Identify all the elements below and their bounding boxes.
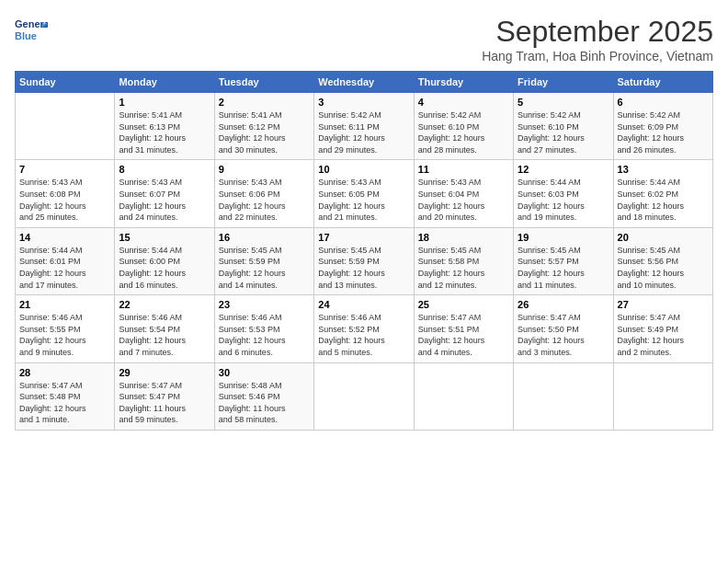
day-number: 8 <box>119 164 210 175</box>
calendar-cell: 18Sunrise: 5:45 AM Sunset: 5:58 PM Dayli… <box>414 227 513 294</box>
title-section: September 2025 Hang Tram, Hoa Binh Provi… <box>482 15 713 63</box>
day-number: 19 <box>518 232 609 243</box>
day-number: 13 <box>618 164 709 175</box>
calendar-cell: 10Sunrise: 5:43 AM Sunset: 6:05 PM Dayli… <box>314 160 414 227</box>
day-info: Sunrise: 5:42 AM Sunset: 6:11 PM Dayligh… <box>318 109 409 155</box>
calendar-cell: 15Sunrise: 5:44 AM Sunset: 6:00 PM Dayli… <box>115 227 214 294</box>
day-info: Sunrise: 5:47 AM Sunset: 5:50 PM Dayligh… <box>518 312 609 358</box>
day-info: Sunrise: 5:46 AM Sunset: 5:52 PM Dayligh… <box>318 312 409 358</box>
day-number: 20 <box>618 232 709 243</box>
day-number: 16 <box>219 232 310 243</box>
day-info: Sunrise: 5:41 AM Sunset: 6:13 PM Dayligh… <box>119 109 210 155</box>
day-info: Sunrise: 5:43 AM Sunset: 6:08 PM Dayligh… <box>19 177 110 223</box>
calendar-cell: 14Sunrise: 5:44 AM Sunset: 6:01 PM Dayli… <box>16 227 115 294</box>
day-info: Sunrise: 5:47 AM Sunset: 5:48 PM Dayligh… <box>19 380 110 426</box>
day-info: Sunrise: 5:42 AM Sunset: 6:10 PM Dayligh… <box>518 109 609 155</box>
day-number: 1 <box>119 97 210 108</box>
calendar-cell <box>414 362 513 430</box>
day-number: 25 <box>418 299 509 310</box>
month-title: September 2025 <box>482 15 713 49</box>
day-info: Sunrise: 5:44 AM Sunset: 6:01 PM Dayligh… <box>19 245 110 291</box>
calendar-cell: 26Sunrise: 5:47 AM Sunset: 5:50 PM Dayli… <box>514 295 613 362</box>
header: General Blue September 2025 Hang Tram, H… <box>15 15 713 63</box>
calendar-cell: 17Sunrise: 5:45 AM Sunset: 5:59 PM Dayli… <box>314 227 414 294</box>
day-info: Sunrise: 5:43 AM Sunset: 6:07 PM Dayligh… <box>119 177 210 223</box>
calendar-cell: 8Sunrise: 5:43 AM Sunset: 6:07 PM Daylig… <box>115 160 214 227</box>
logo: General Blue <box>15 15 48 42</box>
day-number: 21 <box>19 299 110 310</box>
calendar-cell: 11Sunrise: 5:43 AM Sunset: 6:04 PM Dayli… <box>414 160 513 227</box>
day-info: Sunrise: 5:46 AM Sunset: 5:54 PM Dayligh… <box>119 312 210 358</box>
day-number: 29 <box>119 367 210 378</box>
calendar-cell: 27Sunrise: 5:47 AM Sunset: 5:49 PM Dayli… <box>613 295 712 362</box>
day-info: Sunrise: 5:45 AM Sunset: 5:59 PM Dayligh… <box>318 245 409 291</box>
day-number: 17 <box>318 232 409 243</box>
day-info: Sunrise: 5:45 AM Sunset: 5:57 PM Dayligh… <box>518 245 609 291</box>
calendar-cell: 9Sunrise: 5:43 AM Sunset: 6:06 PM Daylig… <box>214 160 313 227</box>
calendar-cell: 4Sunrise: 5:42 AM Sunset: 6:10 PM Daylig… <box>414 93 513 160</box>
day-info: Sunrise: 5:43 AM Sunset: 6:04 PM Dayligh… <box>418 177 509 223</box>
calendar-cell: 30Sunrise: 5:48 AM Sunset: 5:46 PM Dayli… <box>214 362 313 430</box>
calendar-cell: 28Sunrise: 5:47 AM Sunset: 5:48 PM Dayli… <box>16 362 115 430</box>
calendar-cell: 16Sunrise: 5:45 AM Sunset: 5:59 PM Dayli… <box>214 227 313 294</box>
day-info: Sunrise: 5:44 AM Sunset: 6:03 PM Dayligh… <box>518 177 609 223</box>
day-info: Sunrise: 5:44 AM Sunset: 6:02 PM Dayligh… <box>618 177 709 223</box>
calendar-cell: 12Sunrise: 5:44 AM Sunset: 6:03 PM Dayli… <box>514 160 613 227</box>
calendar-cell: 23Sunrise: 5:46 AM Sunset: 5:53 PM Dayli… <box>214 295 313 362</box>
calendar-cell: 13Sunrise: 5:44 AM Sunset: 6:02 PM Dayli… <box>613 160 712 227</box>
weekday-header-saturday: Saturday <box>613 72 712 93</box>
day-info: Sunrise: 5:47 AM Sunset: 5:49 PM Dayligh… <box>618 312 709 358</box>
calendar-cell: 25Sunrise: 5:47 AM Sunset: 5:51 PM Dayli… <box>414 295 513 362</box>
calendar-table: SundayMondayTuesdayWednesdayThursdayFrid… <box>15 71 713 431</box>
svg-text:Blue: Blue <box>15 30 37 41</box>
day-info: Sunrise: 5:47 AM Sunset: 5:47 PM Dayligh… <box>119 380 210 426</box>
day-info: Sunrise: 5:46 AM Sunset: 5:55 PM Dayligh… <box>19 312 110 358</box>
day-number: 23 <box>219 299 310 310</box>
day-number: 3 <box>318 97 409 108</box>
calendar-cell <box>514 362 613 430</box>
calendar-cell: 2Sunrise: 5:41 AM Sunset: 6:12 PM Daylig… <box>214 93 313 160</box>
day-number: 4 <box>418 97 509 108</box>
day-info: Sunrise: 5:45 AM Sunset: 5:56 PM Dayligh… <box>618 245 709 291</box>
day-number: 11 <box>418 164 509 175</box>
day-number: 10 <box>318 164 409 175</box>
subtitle: Hang Tram, Hoa Binh Province, Vietnam <box>482 49 713 63</box>
calendar-cell: 29Sunrise: 5:47 AM Sunset: 5:47 PM Dayli… <box>115 362 214 430</box>
day-number: 14 <box>19 232 110 243</box>
day-info: Sunrise: 5:47 AM Sunset: 5:51 PM Dayligh… <box>418 312 509 358</box>
day-number: 26 <box>518 299 609 310</box>
day-info: Sunrise: 5:45 AM Sunset: 5:59 PM Dayligh… <box>219 245 310 291</box>
calendar-cell: 21Sunrise: 5:46 AM Sunset: 5:55 PM Dayli… <box>16 295 115 362</box>
day-info: Sunrise: 5:48 AM Sunset: 5:46 PM Dayligh… <box>219 380 310 426</box>
weekday-header-friday: Friday <box>514 72 613 93</box>
calendar-cell: 5Sunrise: 5:42 AM Sunset: 6:10 PM Daylig… <box>514 93 613 160</box>
calendar-cell <box>314 362 414 430</box>
calendar-cell: 1Sunrise: 5:41 AM Sunset: 6:13 PM Daylig… <box>115 93 214 160</box>
day-info: Sunrise: 5:43 AM Sunset: 6:05 PM Dayligh… <box>318 177 409 223</box>
day-number: 28 <box>19 367 110 378</box>
day-info: Sunrise: 5:45 AM Sunset: 5:58 PM Dayligh… <box>418 245 509 291</box>
calendar-cell: 6Sunrise: 5:42 AM Sunset: 6:09 PM Daylig… <box>613 93 712 160</box>
day-info: Sunrise: 5:41 AM Sunset: 6:12 PM Dayligh… <box>219 109 310 155</box>
day-info: Sunrise: 5:42 AM Sunset: 6:10 PM Dayligh… <box>418 109 509 155</box>
day-number: 18 <box>418 232 509 243</box>
day-number: 15 <box>119 232 210 243</box>
day-number: 7 <box>19 164 110 175</box>
day-info: Sunrise: 5:43 AM Sunset: 6:06 PM Dayligh… <box>219 177 310 223</box>
day-number: 22 <box>119 299 210 310</box>
day-number: 9 <box>219 164 310 175</box>
day-info: Sunrise: 5:46 AM Sunset: 5:53 PM Dayligh… <box>219 312 310 358</box>
calendar-cell: 19Sunrise: 5:45 AM Sunset: 5:57 PM Dayli… <box>514 227 613 294</box>
weekday-header-sunday: Sunday <box>16 72 115 93</box>
day-number: 2 <box>219 97 310 108</box>
day-number: 12 <box>518 164 609 175</box>
day-info: Sunrise: 5:44 AM Sunset: 6:00 PM Dayligh… <box>119 245 210 291</box>
weekday-header-tuesday: Tuesday <box>214 72 313 93</box>
calendar-cell <box>16 93 115 160</box>
calendar-cell: 20Sunrise: 5:45 AM Sunset: 5:56 PM Dayli… <box>613 227 712 294</box>
day-number: 27 <box>618 299 709 310</box>
day-number: 24 <box>318 299 409 310</box>
calendar-cell: 7Sunrise: 5:43 AM Sunset: 6:08 PM Daylig… <box>16 160 115 227</box>
logo-icon: General Blue <box>15 15 48 42</box>
day-info: Sunrise: 5:42 AM Sunset: 6:09 PM Dayligh… <box>618 109 709 155</box>
